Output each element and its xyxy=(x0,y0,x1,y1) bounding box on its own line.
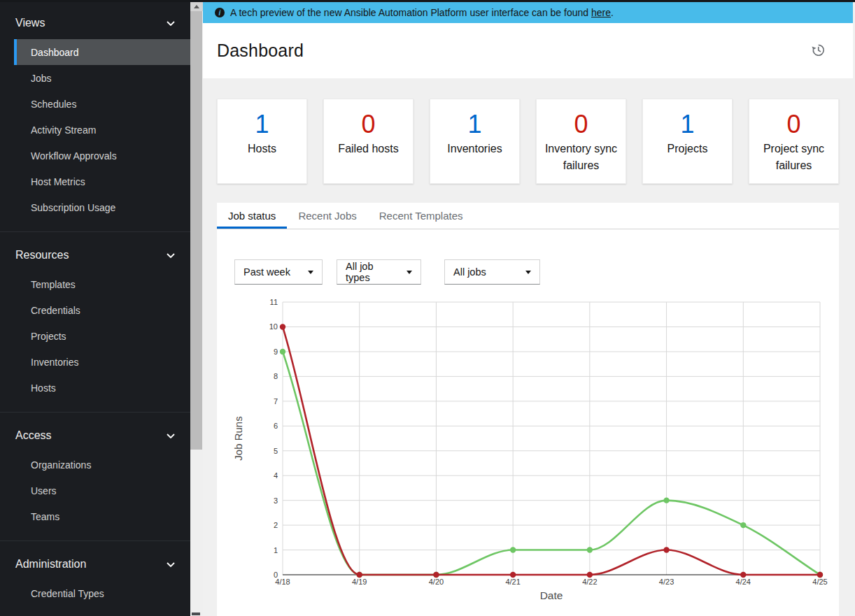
summary-card-projects: 1Projects xyxy=(642,99,733,184)
sidebar-item-jobs[interactable]: Jobs xyxy=(14,65,190,91)
tech-preview-banner: i A tech preview of the new Ansible Auto… xyxy=(203,2,855,23)
x-tick-label: 4/19 xyxy=(352,578,367,586)
data-point-successful-4-21 xyxy=(510,547,516,552)
sidebar-group-header-access[interactable]: Access xyxy=(0,413,190,452)
dashboard-panel: Job statusRecent JobsRecent Templates Pa… xyxy=(217,203,839,616)
x-tick-label: 4/24 xyxy=(736,578,751,586)
sidebar-item-projects[interactable]: Projects xyxy=(14,323,190,349)
sidebar-item-schedules[interactable]: Schedules xyxy=(14,91,190,117)
sidebar-item-label: Teams xyxy=(31,511,59,522)
card-label: Inventories xyxy=(430,141,519,157)
sidebar-item-label: Credential Types xyxy=(31,588,104,599)
sidebar-item-label: Organizations xyxy=(31,459,91,471)
data-point-failed-4-25 xyxy=(817,572,823,578)
sidebar-item-label: Subscription Usage xyxy=(31,202,115,213)
chevron-down-icon xyxy=(167,562,175,567)
select-value: Past week xyxy=(243,266,290,278)
y-tick-label: 1 xyxy=(274,546,278,554)
y-tick-label: 5 xyxy=(274,447,278,455)
banner-text-before: A tech preview of the new Ansible Automa… xyxy=(230,7,591,18)
sidebar-item-label: Jobs xyxy=(31,73,52,84)
sidebar-group-header-administration[interactable]: Administration xyxy=(0,541,190,580)
caret-down-icon xyxy=(525,271,531,274)
tabs-bar: Job statusRecent JobsRecent Templates xyxy=(217,203,839,229)
tab-job-status[interactable]: Job status xyxy=(217,203,287,229)
chevron-down-icon xyxy=(167,434,175,438)
data-point-successful-4-23 xyxy=(663,497,669,503)
data-point-failed-4-23 xyxy=(663,547,669,552)
page-header: Dashboard xyxy=(203,23,855,78)
chevron-down-icon xyxy=(167,253,175,258)
y-tick-label: 10 xyxy=(269,322,278,331)
sidebar-item-inventories[interactable]: Inventories xyxy=(14,349,190,375)
sidebar-group-administration: AdministrationCredential Types xyxy=(0,540,190,606)
awx-dashboard-screen: ViewsDashboardJobsSchedulesActivity Stre… xyxy=(0,0,855,616)
card-value[interactable]: 1 xyxy=(430,110,519,139)
banner-text-after: . xyxy=(611,7,614,18)
sidebar-item-teams[interactable]: Teams xyxy=(14,503,190,529)
card-label: Project sync failures xyxy=(749,141,838,174)
select-past-week[interactable]: Past week xyxy=(234,259,323,285)
x-axis-label: Date xyxy=(540,589,563,601)
data-point-failed-4-18 xyxy=(280,324,285,329)
sidebar-item-workflow-approvals[interactable]: Workflow Approvals xyxy=(14,143,190,169)
sidebar-group-header-resources[interactable]: Resources xyxy=(0,232,190,271)
select-value: All jobs xyxy=(453,266,486,278)
caret-down-icon xyxy=(407,271,412,274)
sidebar-item-credential-types[interactable]: Credential Types xyxy=(14,580,190,606)
card-value[interactable]: 0 xyxy=(324,110,413,139)
select-all-jobs[interactable]: All jobs xyxy=(444,259,540,285)
card-value[interactable]: 0 xyxy=(749,110,838,139)
sidebar-group-header-views[interactable]: Views xyxy=(0,0,190,39)
select-value: All job types xyxy=(346,261,400,283)
scrollbar-thumb[interactable] xyxy=(190,11,202,450)
sidebar-item-label: Dashboard xyxy=(31,47,79,58)
sidebar-group-label: Resources xyxy=(15,249,69,262)
card-label: Failed hosts xyxy=(324,141,413,157)
tab-recent-templates[interactable]: Recent Templates xyxy=(368,203,474,229)
data-point-failed-4-21 xyxy=(510,572,516,578)
y-tick-label: 7 xyxy=(274,397,278,406)
sidebar-item-host-metrics[interactable]: Host Metrics xyxy=(14,169,190,194)
y-tick-label: 6 xyxy=(274,422,278,430)
filters-row: Past weekAll job typesAll jobs xyxy=(234,259,839,285)
card-label: Inventory sync failures xyxy=(537,141,626,174)
sidebar-item-credentials[interactable]: Credentials xyxy=(14,297,190,323)
banner-text: A tech preview of the new Ansible Automa… xyxy=(230,7,614,18)
sidebar-item-dashboard[interactable]: Dashboard xyxy=(14,39,190,65)
sidebar-nav: ViewsDashboardJobsSchedulesActivity Stre… xyxy=(0,0,190,606)
sidebar-group-label: Administration xyxy=(15,558,86,571)
sidebar-item-users[interactable]: Users xyxy=(14,478,190,503)
x-tick-label: 4/18 xyxy=(275,578,290,586)
sidebar-item-hosts[interactable]: Hosts xyxy=(14,375,190,401)
data-point-failed-4-22 xyxy=(587,572,593,578)
tab-label: Job status xyxy=(228,210,276,222)
banner-here-link[interactable]: here xyxy=(591,7,611,18)
page-title: Dashboard xyxy=(217,41,304,61)
scroll-up-icon xyxy=(194,5,199,8)
sidebar-item-subscription-usage[interactable]: Subscription Usage xyxy=(14,194,190,220)
scrollbar-up-button[interactable] xyxy=(190,2,203,11)
card-value[interactable]: 1 xyxy=(643,110,732,139)
data-point-failed-4-24 xyxy=(740,572,746,578)
sidebar-item-label: Activity Stream xyxy=(31,124,96,136)
sidebar-item-templates[interactable]: Templates xyxy=(14,271,190,297)
data-point-successful-4-24 xyxy=(740,522,746,528)
sidebar-item-label: Hosts xyxy=(31,382,56,394)
select-all-job-types[interactable]: All job types xyxy=(337,259,421,285)
summary-card-inventories: 1Inventories xyxy=(430,99,520,184)
sidebar-item-organizations[interactable]: Organizations xyxy=(14,452,190,478)
sidebar-scrollbar[interactable] xyxy=(190,0,203,616)
sidebar-item-activity-stream[interactable]: Activity Stream xyxy=(14,117,190,143)
job-status-chart: 012345678910114/184/194/204/214/224/234/… xyxy=(217,297,837,616)
sidebar-item-label: Host Metrics xyxy=(31,176,85,187)
card-value[interactable]: 1 xyxy=(218,110,306,139)
sidebar: ViewsDashboardJobsSchedulesActivity Stre… xyxy=(0,0,190,616)
history-button[interactable] xyxy=(811,43,826,59)
tab-label: Recent Templates xyxy=(379,210,463,222)
sidebar-item-label: Users xyxy=(31,485,57,496)
tab-label: Recent Jobs xyxy=(298,210,356,222)
info-circle-icon: i xyxy=(215,8,225,17)
tab-recent-jobs[interactable]: Recent Jobs xyxy=(287,203,367,229)
card-value[interactable]: 0 xyxy=(537,110,626,139)
